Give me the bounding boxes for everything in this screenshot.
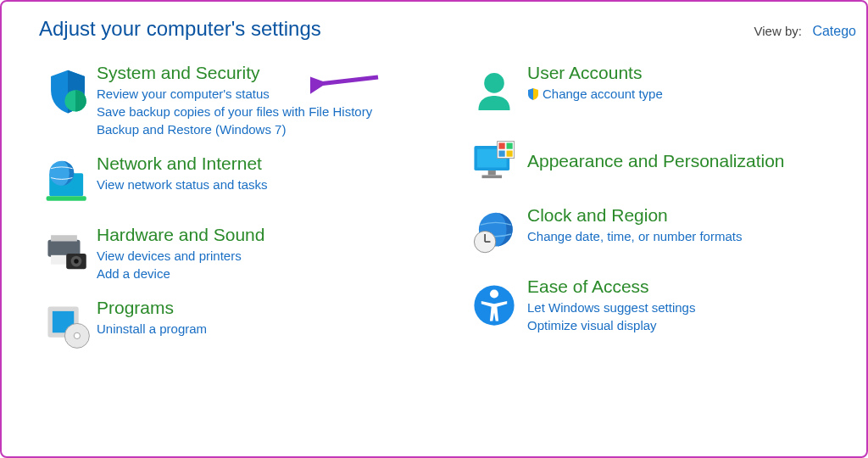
appearance-monitor-icon: [461, 134, 527, 192]
svg-rect-6: [51, 235, 77, 241]
link-change-account-type[interactable]: Change account type: [527, 87, 663, 101]
network-globe-icon: [39, 154, 97, 211]
svg-rect-24: [507, 151, 513, 157]
svg-point-30: [490, 289, 498, 298]
category-user-accounts: User Accounts Change account type: [461, 63, 849, 120]
category-heading-hardware[interactable]: Hardware and Sound: [97, 225, 264, 245]
category-appearance: Appearance and Personalization: [461, 134, 849, 192]
category-heading-ease-access[interactable]: Ease of Access: [527, 276, 695, 297]
category-heading-system-security[interactable]: System and Security: [97, 63, 372, 83]
category-heading-appearance[interactable]: Appearance and Personalization: [527, 151, 785, 171]
svg-rect-23: [498, 151, 504, 157]
svg-point-10: [74, 259, 78, 263]
link-suggest-settings[interactable]: Let Windows suggest settings: [527, 300, 695, 315]
category-system-security: System and Security Review your computer…: [39, 63, 427, 140]
user-account-icon: [461, 63, 527, 120]
category-heading-clock-region[interactable]: Clock and Region: [527, 205, 742, 226]
category-heading-user-accounts[interactable]: User Accounts: [527, 63, 663, 83]
clock-region-icon: [461, 205, 527, 263]
hardware-printer-icon: [39, 225, 97, 282]
svg-rect-19: [482, 176, 503, 179]
viewby-label: View by:: [754, 24, 802, 38]
svg-rect-22: [507, 142, 513, 148]
svg-rect-3: [47, 196, 86, 200]
link-network-status[interactable]: View network status and tasks: [97, 177, 268, 192]
category-clock-region: Clock and Region Change date, time, or n…: [461, 205, 849, 263]
link-change-datetime[interactable]: Change date, time, or number formats: [527, 229, 742, 243]
link-add-device[interactable]: Add a device: [97, 266, 264, 281]
link-file-history[interactable]: Save backup copies of your files with Fi…: [97, 104, 372, 119]
category-programs: Programs Uninstall a program: [39, 298, 427, 355]
link-change-account-type-text: Change account type: [542, 87, 663, 101]
svg-point-14: [74, 332, 80, 338]
svg-rect-21: [498, 142, 504, 148]
link-uninstall-program[interactable]: Uninstall a program: [97, 321, 207, 336]
category-heading-network[interactable]: Network and Internet: [97, 154, 268, 174]
accessibility-icon: [461, 276, 527, 334]
link-optimize-display[interactable]: Optimize visual display: [527, 318, 695, 332]
category-network-internet: Network and Internet View network status…: [39, 154, 427, 211]
programs-disc-icon: [39, 298, 97, 355]
category-heading-programs[interactable]: Programs: [97, 298, 207, 318]
link-backup-restore[interactable]: Backup and Restore (Windows 7): [97, 122, 372, 137]
uac-shield-icon: [527, 88, 539, 100]
shield-security-icon: [39, 63, 97, 120]
link-review-status[interactable]: Review your computer's status: [97, 87, 372, 101]
category-ease-of-access: Ease of Access Let Windows suggest setti…: [461, 276, 849, 336]
link-devices-printers[interactable]: View devices and printers: [97, 249, 264, 263]
svg-rect-18: [488, 170, 496, 175]
page-title: Adjust your computer's settings: [39, 17, 321, 41]
category-hardware-sound: Hardware and Sound View devices and prin…: [39, 225, 427, 284]
svg-point-15: [484, 73, 504, 93]
viewby-dropdown[interactable]: Catego: [812, 24, 856, 38]
